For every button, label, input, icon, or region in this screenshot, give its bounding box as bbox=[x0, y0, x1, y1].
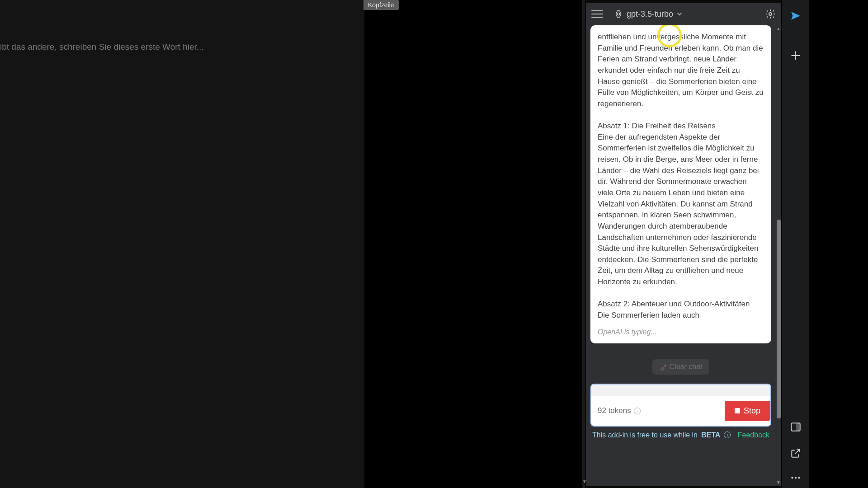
svg-rect-3 bbox=[796, 423, 800, 431]
svg-point-0 bbox=[617, 13, 619, 15]
stop-button[interactable]: Stop bbox=[725, 401, 770, 421]
stop-label: Stop bbox=[744, 406, 760, 416]
broom-icon bbox=[660, 363, 667, 371]
pane-divider[interactable] bbox=[364, 0, 364, 488]
chat-panel: gpt-3.5-turbo entfliehen und unvergessli… bbox=[586, 3, 781, 486]
chat-input[interactable]: 92 tokens i Stop bbox=[590, 384, 771, 427]
beta-bar: This add-in is free to use while in BETA… bbox=[586, 427, 776, 443]
message-heading: Absatz 1: Die Freiheit des Reisens bbox=[598, 121, 764, 132]
scroll-thumb[interactable] bbox=[777, 220, 781, 418]
more-icon[interactable] bbox=[790, 474, 802, 480]
scroll-down-icon[interactable]: ▼ bbox=[776, 480, 781, 485]
assistant-message: entfliehen und unvergessliche Momente mi… bbox=[590, 25, 771, 343]
stop-icon bbox=[735, 408, 740, 413]
chevron-down-icon bbox=[677, 11, 682, 17]
clear-chat-zone: Clear chat bbox=[586, 348, 776, 384]
panel-scroll-down-icon[interactable]: ▼ bbox=[582, 479, 585, 485]
typing-indicator: OpenAI is typing... bbox=[598, 327, 764, 337]
right-rail bbox=[782, 0, 809, 488]
model-name: gpt-3.5-turbo bbox=[627, 9, 673, 19]
beta-text: This add-in is free to use while in BETA… bbox=[592, 431, 731, 439]
menu-icon[interactable] bbox=[591, 8, 603, 20]
chat-body: entfliehen und unvergessliche Momente mi… bbox=[586, 25, 781, 486]
scroll-up-icon[interactable]: ▲ bbox=[776, 26, 781, 32]
message-heading: Absatz 2: Abenteuer und Outdoor-Aktivitä… bbox=[598, 299, 764, 310]
feedback-link[interactable]: Feedback bbox=[738, 431, 769, 439]
message-paragraph: Die Sommerferien laden auch bbox=[598, 310, 764, 321]
open-external-icon[interactable] bbox=[790, 447, 802, 459]
svg-point-6 bbox=[798, 477, 800, 479]
svg-point-1 bbox=[769, 13, 772, 15]
info-icon[interactable]: i bbox=[724, 432, 731, 438]
chat-header: gpt-3.5-turbo bbox=[586, 3, 781, 25]
addin-panel-zone: gpt-3.5-turbo entfliehen und unvergessli… bbox=[586, 0, 781, 488]
token-counter: 92 tokens i bbox=[598, 406, 641, 415]
model-selector[interactable]: gpt-3.5-turbo bbox=[614, 9, 682, 19]
document-pane: ibt das andere, schreiben Sie dieses ers… bbox=[0, 0, 364, 488]
document-placeholder: ibt das andere, schreiben Sie dieses ers… bbox=[0, 42, 204, 52]
openai-logo-icon bbox=[614, 9, 623, 19]
add-icon[interactable] bbox=[790, 50, 802, 61]
clear-chat-label: Clear chat bbox=[670, 363, 703, 371]
message-paragraph: Eine der aufregendsten Aspekte der Somme… bbox=[598, 132, 764, 288]
panel-icon[interactable] bbox=[790, 421, 802, 433]
beta-badge: BETA bbox=[701, 431, 720, 439]
header-section-label: Kopfzeile bbox=[363, 0, 399, 10]
info-icon[interactable]: i bbox=[634, 408, 641, 414]
beta-text-part: This add-in is free to use while in bbox=[592, 431, 698, 439]
svg-point-5 bbox=[795, 477, 797, 479]
token-count-label: 92 tokens bbox=[598, 406, 631, 415]
panel-left-gutter bbox=[582, 0, 585, 488]
svg-point-4 bbox=[791, 477, 793, 479]
chat-scroll-area[interactable]: entfliehen und unvergessliche Momente mi… bbox=[586, 25, 776, 486]
chat-input-footer: 92 tokens i Stop bbox=[591, 396, 770, 426]
send-icon[interactable] bbox=[790, 10, 802, 22]
message-paragraph: entfliehen und unvergessliche Momente mi… bbox=[598, 32, 764, 109]
clear-chat-button[interactable]: Clear chat bbox=[652, 359, 710, 375]
settings-icon[interactable] bbox=[765, 9, 776, 19]
scrollbar-track[interactable]: ▲ ▼ bbox=[776, 25, 781, 486]
chat-input-text[interactable] bbox=[591, 385, 770, 396]
